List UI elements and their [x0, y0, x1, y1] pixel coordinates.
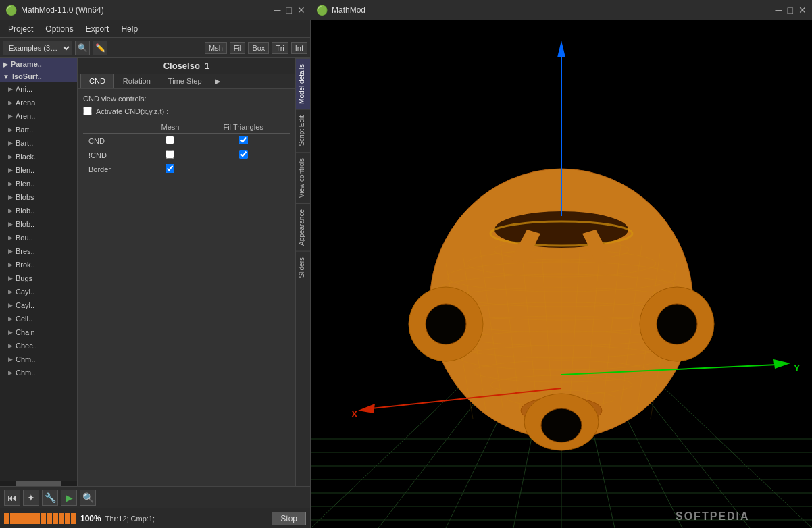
list-group-header-isosurf[interactable]: ▼ IsoSurf.. [0, 70, 77, 82]
list-panel: ▶ Parame.. ▼ IsoSurf.. ▶Ani... ▶Arena ▶A… [0, 58, 78, 486]
tag-box[interactable]: Box [248, 42, 269, 54]
activate-cnd-checkbox[interactable] [83, 107, 92, 115]
border-row-label: Border [83, 162, 144, 176]
menu-options[interactable]: Options [40, 23, 78, 35]
side-tab-script[interactable]: Script Edit [296, 109, 310, 152]
border-mesh-checkbox[interactable] [166, 164, 174, 173]
tab-row: CND Rotation Time Step ▶ [78, 74, 295, 89]
list-item-chain[interactable]: ▶Chain [0, 325, 77, 339]
cnd-view-controls-label: CND view controls: [83, 95, 290, 103]
cnd-row-label: CND [83, 134, 144, 149]
stop-button[interactable]: Stop [272, 512, 306, 525]
icnd-mesh-cell [144, 148, 197, 162]
viewport-3d[interactable]: X Y SOFTPEDIA [311, 20, 812, 528]
menu-help[interactable]: Help [116, 23, 143, 35]
list-group-header-parame[interactable]: ▶ Parame.. [0, 58, 77, 70]
col-empty [83, 121, 144, 134]
window-controls-left: ─ □ ✕ [274, 5, 305, 16]
tag-msh[interactable]: Msh [205, 42, 227, 54]
tag-inf[interactable]: Inf [291, 42, 307, 54]
icnd-mesh-checkbox[interactable] [166, 150, 174, 159]
list-item-aren[interactable]: ▶Aren.. [0, 109, 77, 123]
status-bar: 100% Thr:12; Cmp:1; Stop [0, 508, 310, 528]
row-border: Border [83, 162, 290, 176]
cnd-mesh-checkbox[interactable] [166, 136, 174, 144]
svg-point-54 [541, 408, 582, 442]
icnd-fil-cell [197, 148, 290, 162]
side-tab-appearance[interactable]: Appearance [296, 203, 310, 251]
list-hscrollbar[interactable] [0, 481, 77, 486]
list-item-bugs[interactable]: ▶Bugs [0, 271, 77, 285]
cnd-tab-content: CND view controls: Activate CND(x,y,z,t)… [78, 89, 295, 486]
cnd-fil-checkbox[interactable] [239, 136, 248, 144]
list-scroll[interactable]: ▶ Parame.. ▼ IsoSurf.. ▶Ani... ▶Arena ▶A… [0, 58, 77, 481]
list-item-blen2[interactable]: ▶Blen.. [0, 177, 77, 190]
btn-settings[interactable]: 🔧 [42, 490, 58, 506]
menubar: Project Options Export Help [0, 20, 310, 38]
close-btn-right[interactable]: ✕ [798, 5, 807, 16]
restore-btn-left[interactable]: □ [286, 5, 292, 16]
list-item-blen1[interactable]: ▶Blen.. [0, 163, 77, 177]
list-item-blob1[interactable]: ▶Blob.. [0, 204, 77, 217]
main-layout: Project Options Export Help Examples (3…… [0, 20, 812, 528]
app-title-left: MathMod-11.0 (Win64) [21, 5, 270, 15]
list-item-chm2[interactable]: ▶Chm.. [0, 366, 77, 379]
icnd-fil-checkbox[interactable] [239, 150, 248, 159]
border-mesh-cell [144, 162, 197, 176]
list-item-arena[interactable]: ▶Arena [0, 96, 77, 109]
svg-text:Y: Y [794, 363, 801, 373]
btn-reset[interactable]: ⏮ [4, 490, 20, 506]
icnd-row-label: !CND [83, 148, 144, 162]
content-area: ▶ Parame.. ▼ IsoSurf.. ▶Ani... ▶Arena ▶A… [0, 58, 310, 486]
btn-search[interactable]: 🔍 [80, 490, 96, 506]
restore-btn-right[interactable]: □ [788, 5, 793, 16]
search-icon-btn[interactable]: 🔍 [75, 41, 90, 55]
close-btn-left[interactable]: ✕ [297, 5, 305, 16]
list-item-bres[interactable]: ▶Bres.. [0, 244, 77, 258]
list-item-chec[interactable]: ▶Chec.. [0, 339, 77, 352]
list-item-cayl2[interactable]: ▶Cayl.. [0, 298, 77, 312]
list-item-cayl1[interactable]: ▶Cayl.. [0, 285, 77, 298]
list-group-isosurf: ▼ IsoSurf.. ▶Ani... ▶Arena ▶Aren.. ▶Bart… [0, 70, 77, 379]
list-item-bart2[interactable]: ▶Bart.. [0, 136, 77, 150]
minimize-btn-left[interactable]: ─ [274, 5, 281, 16]
btn-star[interactable]: ✦ [23, 490, 39, 506]
minimize-btn-right[interactable]: ─ [776, 5, 782, 16]
tab-arrow[interactable]: ▶ [211, 74, 224, 88]
list-item-ani[interactable]: ▶Ani... [0, 82, 77, 96]
examples-dropdown[interactable]: Examples (3… [3, 41, 72, 55]
list-item-chm1[interactable]: ▶Chm.. [0, 352, 77, 366]
tab-rotation[interactable]: Rotation [114, 74, 159, 88]
side-tabs: Model details Script Edit View controls … [295, 58, 310, 486]
tab-cnd[interactable]: CND [80, 74, 114, 88]
list-item-cell[interactable]: ▶Cell.. [0, 312, 77, 325]
list-item-blobs[interactable]: ▶Blobs [0, 190, 77, 204]
tag-tri[interactable]: Tri [272, 42, 288, 54]
edit-icon-btn[interactable]: ✏️ [93, 41, 107, 55]
bottom-toolbar: ⏮ ✦ 🔧 ▶ 🔍 [0, 486, 310, 508]
cnd-fil-cell [197, 134, 290, 149]
app-icon-left: 🟢 [5, 5, 17, 16]
titlebar-container: 🟢 MathMod-11.0 (Win64) ─ □ ✕ 🟢 MathMod ─… [0, 0, 812, 20]
side-tab-view[interactable]: View controls [296, 152, 310, 203]
isosurf-arrow: ▼ [3, 73, 9, 80]
svg-point-52 [657, 304, 697, 344]
toolbar: Examples (3… 🔍 ✏️ Msh Fil Box Tri Inf [0, 38, 310, 58]
list-item-brok[interactable]: ▶Brok.. [0, 258, 77, 271]
list-item-bou[interactable]: ▶Bou.. [0, 231, 77, 244]
svg-text:X: X [351, 408, 358, 419]
tag-fil[interactable]: Fil [230, 42, 246, 54]
side-tab-sliders[interactable]: Sliders [296, 251, 310, 284]
list-item-bart1[interactable]: ▶Bart.. [0, 123, 77, 136]
tab-timestep[interactable]: Time Step [159, 74, 211, 88]
menu-export[interactable]: Export [80, 23, 115, 35]
side-tab-model[interactable]: Model details [296, 58, 310, 109]
app-icon-right: 🟢 [316, 5, 328, 16]
btn-play[interactable]: ▶ [61, 490, 77, 506]
list-item-blob2[interactable]: ▶Blob.. [0, 217, 77, 231]
list-item-black[interactable]: ▶Black. [0, 150, 77, 163]
cnd-table: Mesh Fil Triangles CND !CND [83, 121, 290, 176]
activate-cnd-label: Activate CND(x,y,z,t) : [96, 107, 168, 115]
parame-label: Parame.. [11, 60, 42, 68]
menu-project[interactable]: Project [3, 23, 39, 35]
